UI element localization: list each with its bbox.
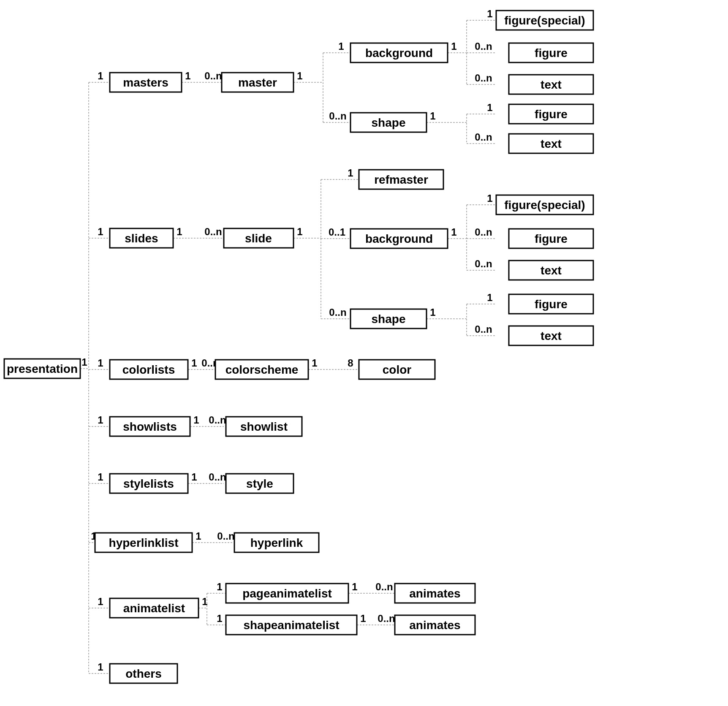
label-animatelist: animatelist: [123, 602, 185, 615]
card: 1: [352, 581, 357, 592]
label-refmaster: refmaster: [374, 173, 428, 186]
node-color: color: [359, 360, 435, 379]
node-background-master: background: [350, 43, 448, 62]
label-master: master: [238, 76, 277, 89]
card: 0..n: [475, 258, 492, 269]
card: 1: [297, 70, 302, 81]
card: 0..n: [475, 41, 492, 52]
label-colorscheme: colorscheme: [225, 363, 299, 376]
node-pageanimatelist: pageanimatelist: [226, 584, 348, 603]
card: 1: [202, 596, 207, 607]
node-animates-1: animates: [395, 584, 475, 603]
card: 1: [487, 193, 492, 204]
label-stylelists: stylelists: [123, 477, 174, 490]
node-background-slide: background: [350, 229, 448, 248]
label-showlist: showlist: [240, 420, 288, 433]
node-stylelists: stylelists: [110, 474, 188, 493]
node-shapeanimatelist: shapeanimatelist: [226, 615, 357, 635]
card: 1: [98, 661, 103, 673]
card: 1: [451, 226, 456, 238]
label-slide: slide: [245, 232, 272, 245]
node-figure-3: figure: [509, 229, 593, 248]
card: 0..1: [329, 226, 345, 238]
card: 1: [348, 167, 353, 179]
card: 1: [193, 414, 199, 426]
card: 1: [312, 357, 317, 369]
label-text: text: [541, 329, 562, 342]
node-hyperlinklist: hyperlinklist: [95, 533, 192, 552]
label-text: text: [541, 137, 562, 150]
label-others: others: [125, 667, 162, 680]
card: 0..n: [475, 323, 492, 335]
card: 1: [297, 226, 302, 237]
node-hyperlink: hyperlink: [234, 533, 319, 552]
label-color: color: [383, 363, 412, 376]
node-animates-2: animates: [395, 615, 475, 635]
label-background: background: [365, 232, 433, 245]
node-slide: slide: [224, 228, 293, 248]
card: 1: [185, 70, 190, 81]
label-text: text: [541, 264, 562, 277]
card: 1: [430, 110, 435, 122]
node-shape-master: shape: [350, 113, 426, 132]
node-text-1: text: [509, 75, 593, 94]
card: 0..n: [329, 307, 346, 318]
card: 1: [487, 102, 492, 113]
node-figure-1: figure: [509, 43, 593, 62]
node-masters: masters: [110, 73, 182, 92]
card: 1: [430, 307, 435, 318]
card: 1: [451, 41, 456, 52]
label-pageanimatelist: pageanimatelist: [242, 587, 332, 600]
card: 1: [191, 357, 197, 369]
node-text-4: text: [509, 326, 593, 345]
node-text-3: text: [509, 261, 593, 280]
node-slides: slides: [110, 228, 173, 248]
node-colorlists: colorlists: [110, 360, 188, 379]
node-text-2: text: [509, 134, 593, 153]
label-figure-special: figure(special): [504, 198, 585, 212]
label-figure: figure: [535, 232, 568, 245]
node-animatelist: animatelist: [110, 598, 198, 618]
card: 0..n: [475, 131, 492, 143]
label-shape: shape: [372, 312, 406, 326]
card: 0..n: [375, 581, 393, 592]
card: 0..n: [204, 70, 222, 81]
node-style: style: [226, 474, 293, 493]
card: 1: [98, 357, 103, 369]
card: 1: [196, 530, 201, 542]
card: 1: [177, 226, 182, 237]
node-others: others: [110, 664, 177, 683]
card: 0..n: [209, 414, 226, 426]
card: 1: [487, 8, 492, 19]
node-figure-2: figure: [509, 104, 593, 124]
label-background: background: [365, 46, 433, 60]
card: 1: [98, 414, 103, 426]
node-figure-special-2: figure(special): [496, 195, 593, 215]
label-hyperlinklist: hyperlinklist: [109, 536, 179, 549]
node-master: master: [222, 73, 293, 92]
label-figure-special: figure(special): [504, 14, 585, 27]
card: 1: [360, 613, 366, 624]
node-showlists: showlists: [110, 417, 190, 436]
label-animates: animates: [409, 619, 460, 632]
card: 1: [98, 70, 103, 81]
card: 0..n: [329, 110, 346, 122]
node-refmaster: refmaster: [359, 170, 443, 189]
label-figure: figure: [535, 108, 568, 121]
node-figure-4: figure: [509, 294, 593, 314]
card: 1: [98, 226, 103, 237]
label-slides: slides: [125, 232, 158, 245]
card: 0..n: [378, 613, 395, 624]
label-presentation: presentation: [7, 362, 78, 375]
card: 1: [191, 471, 197, 483]
node-shape-slide: shape: [350, 309, 426, 329]
diagram-canvas: presentation 1 1 1 1 1 1 1 1 1 masters 1…: [0, 0, 728, 706]
label-showlists: showlists: [123, 420, 177, 433]
card: 0..n: [475, 226, 492, 238]
card: 8: [348, 357, 353, 369]
label-animates: animates: [409, 587, 460, 600]
label-text: text: [541, 78, 562, 91]
card: 1: [98, 596, 103, 607]
card: 0..n: [209, 471, 226, 483]
card: 1: [217, 613, 222, 624]
